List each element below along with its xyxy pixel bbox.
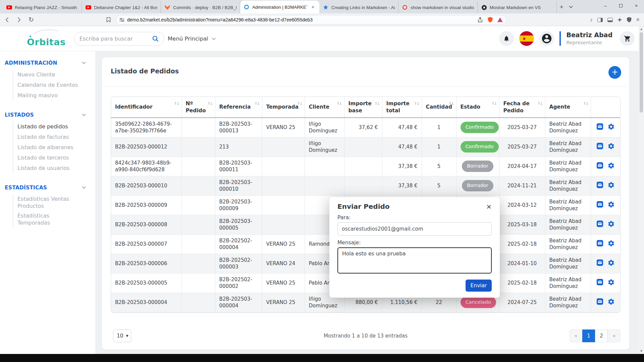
pagination-page-1[interactable]: 1 (582, 329, 595, 342)
send-order-icon[interactable] (596, 142, 603, 149)
send-order-icon[interactable] (596, 298, 603, 305)
reading-list-icon[interactable] (607, 18, 613, 22)
column-header[interactable]: Fecha de Pedido ↑↓ (499, 97, 545, 118)
minimize-button[interactable]: – (598, 0, 613, 11)
column-header[interactable]: Agente ↑↓ (545, 97, 591, 118)
send-order-icon[interactable] (596, 123, 603, 130)
settings-gear-icon[interactable] (607, 220, 615, 228)
send-order-icon[interactable] (596, 181, 603, 188)
table-row[interactable]: B2B-202503-000010 B2B-202503-000010 37,3… (111, 176, 620, 195)
browser-tab[interactable]: Deltarune Chapter 1&2 - All Boss T × (82, 1, 161, 13)
para-input[interactable] (337, 222, 492, 236)
sort-icon[interactable]: ↑↓ (583, 101, 588, 106)
tab-search-chevron-icon[interactable] (566, 2, 576, 12)
column-header[interactable]: Identificador ↑↓ (111, 97, 181, 118)
leo-ai-icon[interactable] (618, 17, 622, 22)
scrollbar-thumb[interactable] (640, 32, 643, 113)
settings-gear-icon[interactable] (607, 240, 615, 247)
address-bar[interactable]: demo.b2market.es/b2b/administration?menu… (116, 15, 506, 24)
settings-gear-icon[interactable] (607, 142, 615, 150)
forward-icon[interactable] (14, 15, 24, 25)
pagination-next[interactable]: » (608, 329, 621, 342)
vpn-shield-icon[interactable] (627, 17, 632, 22)
page-scrollbar[interactable]: ▲ ▼ (639, 26, 644, 354)
language-flag-spain[interactable] (519, 31, 534, 46)
column-header[interactable]: Nº Pedido ↑↓ (181, 97, 215, 118)
sort-icon[interactable]: ↑↓ (174, 101, 179, 106)
reload-icon[interactable]: ↻ (26, 15, 36, 25)
column-header[interactable]: Cantidad ↑↓ (422, 97, 456, 118)
sidebar-item[interactable]: Listado de albaranes (17, 142, 81, 153)
sort-icon[interactable]: ↑↓ (336, 101, 341, 106)
column-header[interactable]: Estado ↑↓ (456, 97, 499, 118)
send-order-icon[interactable] (596, 201, 603, 208)
settings-gear-icon[interactable] (607, 162, 615, 169)
media-control-icon[interactable]: ♪ (590, 17, 593, 23)
page-size-select[interactable]: 10 ▼ (113, 329, 131, 342)
scroll-down-icon[interactable]: ▼ (639, 350, 644, 353)
column-header[interactable]: Importe base ↑↓ (344, 97, 382, 118)
bookmark-icon[interactable] (103, 15, 113, 25)
sort-icon[interactable]: ↑↓ (491, 101, 496, 106)
settings-gear-icon[interactable] (607, 201, 615, 208)
send-order-icon[interactable] (596, 259, 603, 266)
scroll-up-icon[interactable]: ▲ (639, 27, 644, 31)
sidebar-item[interactable]: Mailing masivo (17, 90, 81, 101)
site-settings-icon[interactable] (119, 18, 124, 22)
maximize-button[interactable] (613, 0, 629, 11)
sidebar-item[interactable]: Estadísticas Temporadas (17, 211, 81, 228)
share-icon[interactable] (477, 17, 483, 22)
tab-close-icon[interactable]: × (310, 4, 316, 10)
table-row[interactable]: B2B-202503-000012 213 Iñigo Domínguez 47… (111, 137, 620, 157)
send-order-icon[interactable] (596, 162, 603, 169)
browser-tab[interactable]: Relaxing Piano JAZZ - Smooth Pian × (3, 1, 82, 13)
browser-tab[interactable]: Administration | B2MARKET 2.0 × (240, 1, 319, 13)
pagination-page-2[interactable]: 2 (595, 329, 608, 342)
orbitas-logo[interactable]: Orbitas (23, 29, 70, 49)
mensaje-textarea[interactable]: Hola esto es una prueba (337, 247, 492, 274)
sidebar-item[interactable]: Listado de terceros (17, 153, 81, 163)
sidebar-item[interactable]: Listado de pedidos (17, 121, 81, 132)
send-order-icon[interactable] (596, 220, 603, 227)
main-menu-dropdown[interactable]: Menú Principal (168, 32, 216, 46)
pagination-prev[interactable]: « (570, 329, 582, 342)
browser-tab[interactable]: show markdown in visual studio res × (398, 1, 478, 13)
settings-gear-icon[interactable] (607, 259, 615, 266)
browser-tab[interactable]: Commits · deploy · B2B / B2B_Docu × (161, 1, 240, 13)
url-text[interactable]: demo.b2market.es/b2b/administration?menu… (127, 17, 477, 22)
column-header[interactable]: Importe total ↑↓ (382, 97, 422, 118)
back-icon[interactable] (2, 15, 12, 25)
browser-tab[interactable]: Mostrar Markdown en VS × (478, 1, 557, 13)
settings-gear-icon[interactable] (607, 298, 615, 305)
sort-icon[interactable]: ↑↓ (254, 101, 259, 106)
sidebar-item[interactable]: Listado de usuarios (17, 163, 81, 173)
table-row[interactable]: 8424c347-9803-48b9-a990-840cf6f9d628 B2B… (111, 157, 620, 176)
column-header[interactable]: Cliente ↑↓ (305, 97, 344, 118)
search-input[interactable] (79, 36, 152, 42)
sidebar-item[interactable]: Nuevo Cliente (17, 69, 81, 80)
sidebar-section-title[interactable]: ESTADÍSTICAS (0, 185, 95, 191)
brave-shield-icon[interactable] (488, 17, 493, 23)
account-button[interactable] (539, 31, 554, 46)
settings-gear-icon[interactable] (607, 279, 615, 286)
sort-icon[interactable]: ↑↓ (537, 101, 542, 106)
sort-icon[interactable]: ↑↓ (297, 101, 302, 106)
sort-icon[interactable]: ↑↓ (414, 101, 419, 106)
sidebar-section-title[interactable]: ADMINISTRACIÓN (0, 60, 95, 66)
settings-gear-icon[interactable] (607, 123, 615, 130)
column-header[interactable]: Temporada ↑↓ (262, 97, 305, 118)
enviar-button[interactable]: Enviar (466, 280, 492, 292)
send-order-icon[interactable] (596, 240, 603, 247)
sidebar-item[interactable]: Calendario de Eventos (17, 80, 81, 90)
sidebar-item[interactable]: Estadísticas Ventas Productos (17, 194, 81, 211)
close-icon[interactable]: × (486, 203, 492, 210)
send-order-icon[interactable] (596, 279, 603, 286)
cart-button[interactable] (620, 31, 635, 46)
sort-icon[interactable]: ↑↓ (448, 101, 453, 106)
sidebar-toggle-icon[interactable] (597, 18, 603, 22)
add-order-button[interactable]: + (608, 66, 621, 79)
close-window-button[interactable]: × (629, 0, 644, 11)
sort-icon[interactable]: ↑↓ (207, 101, 212, 106)
search-icon[interactable] (152, 36, 159, 42)
sidebar-item[interactable]: Listado de facturas (17, 132, 81, 142)
